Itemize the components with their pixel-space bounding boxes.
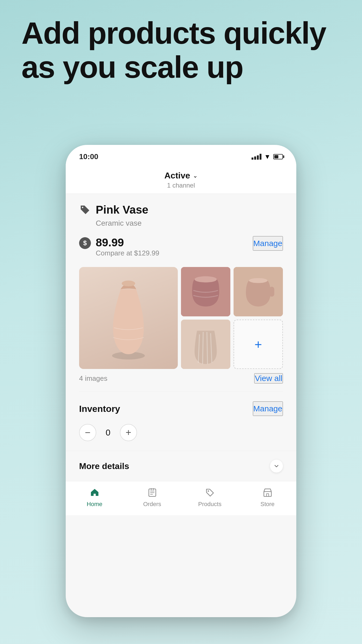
manage-inventory-button[interactable]: Manage	[253, 401, 283, 416]
vase-image	[79, 267, 178, 369]
nav-orders[interactable]: Orders	[123, 487, 181, 508]
add-image-button[interactable]: +	[234, 320, 283, 369]
product-image-main[interactable]	[79, 267, 178, 369]
svg-point-0	[82, 207, 83, 208]
product-section: Pink Vase Ceramic vase $ 89.99 Compare a…	[66, 194, 296, 259]
active-status-label: Active	[164, 171, 190, 181]
channel-count: 1 channel	[167, 182, 195, 189]
svg-point-6	[249, 278, 268, 283]
chevron-down-icon: ⌄	[193, 172, 198, 179]
inventory-title: Inventory	[79, 404, 120, 414]
hero-section: Add products quickly as you scale up	[21, 16, 341, 84]
images-count: 4 images	[79, 374, 108, 383]
nav-home[interactable]: Home	[66, 487, 123, 508]
pink-cup-image	[181, 267, 230, 316]
images-grid: +	[79, 267, 283, 369]
status-bar: 10:00 ▼	[66, 145, 296, 165]
phone-frame: 10:00 ▼ Active ⌄ 1 channel	[66, 145, 296, 617]
view-all-button[interactable]: View all	[254, 373, 283, 383]
dollar-icon: $	[79, 237, 91, 249]
price-compare: Compare at $129.99	[96, 249, 159, 257]
orders-icon	[146, 487, 158, 499]
status-time: 10:00	[79, 152, 98, 161]
products-nav-label: Products	[198, 501, 221, 508]
inventory-quantity: 0	[103, 428, 113, 438]
price-info: 89.99 Compare at $129.99	[96, 236, 159, 257]
inventory-section: Inventory Manage − 0 +	[66, 392, 296, 451]
products-icon	[204, 487, 216, 499]
status-icons: ▼	[252, 153, 283, 160]
plus-icon: +	[254, 337, 262, 352]
wifi-icon: ▼	[264, 153, 271, 160]
active-row[interactable]: Active ⌄	[164, 171, 198, 181]
hero-title: Add products quickly as you scale up	[21, 16, 341, 84]
price-left: $ 89.99 Compare at $129.99	[79, 236, 159, 257]
signal-icon	[252, 154, 261, 160]
price-main: 89.99	[96, 236, 159, 249]
decrement-button[interactable]: −	[79, 424, 96, 441]
nav-products[interactable]: Products	[181, 487, 239, 508]
images-footer: 4 images View all	[66, 373, 296, 383]
product-image-thumb-2[interactable]	[234, 267, 283, 316]
active-header: Active ⌄ 1 channel	[66, 165, 296, 193]
more-details-chevron-icon	[270, 460, 283, 473]
manage-price-button[interactable]: Manage	[253, 236, 283, 251]
home-icon	[89, 487, 101, 499]
phone-mockup: 10:00 ▼ Active ⌄ 1 channel	[66, 145, 296, 617]
product-name-row: Pink Vase	[79, 203, 283, 216]
svg-point-4	[195, 276, 217, 283]
svg-point-2	[122, 280, 135, 286]
battery-icon	[273, 154, 283, 159]
svg-point-14	[208, 491, 209, 492]
orders-nav-label: Orders	[143, 501, 161, 508]
store-icon	[262, 487, 274, 499]
product-image-thumb-3[interactable]	[181, 320, 230, 369]
increment-button[interactable]: +	[120, 424, 137, 441]
inventory-controls: − 0 +	[79, 424, 283, 441]
more-details-bar[interactable]: More details	[66, 451, 296, 481]
tag-icon	[79, 204, 91, 216]
more-details-label: More details	[79, 461, 129, 471]
beige-cup-image	[234, 267, 283, 316]
bottom-nav: Home Orders	[66, 481, 296, 515]
svg-line-10	[203, 332, 203, 364]
home-nav-label: Home	[87, 501, 102, 508]
store-nav-label: Store	[260, 501, 275, 508]
svg-rect-7	[269, 287, 274, 297]
nav-store[interactable]: Store	[239, 487, 296, 508]
product-name: Pink Vase	[96, 203, 148, 216]
ribbed-image	[181, 320, 230, 369]
inventory-header: Inventory Manage	[79, 401, 283, 416]
product-image-thumb-1[interactable]	[181, 267, 230, 316]
price-row: $ 89.99 Compare at $129.99 Manage	[79, 236, 283, 257]
svg-line-11	[207, 332, 208, 364]
product-description: Ceramic vase	[96, 219, 283, 228]
